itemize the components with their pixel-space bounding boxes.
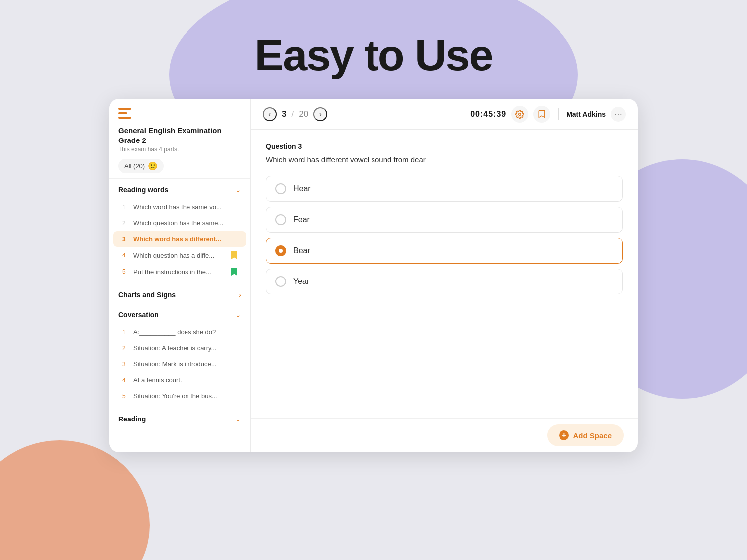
sidebar-conv-item-4[interactable]: 4 At a tennis court. <box>113 372 246 388</box>
item-num-4: 4 <box>122 252 129 259</box>
radio-fear <box>275 214 286 225</box>
chevron-down-icon-3: ⌄ <box>235 415 241 423</box>
conv-item-num-2: 2 <box>122 345 129 352</box>
conv-item-text-2: Situation: A teacher is carry... <box>133 344 237 352</box>
option-year[interactable]: Year <box>266 269 623 294</box>
sidebar-item-5[interactable]: 5 Put the instructions in the... <box>113 264 246 280</box>
section-reading-words: Reading words ⌄ 1 Which word has the sam… <box>109 179 250 284</box>
divider <box>558 108 559 120</box>
user-name: Matt Adkins <box>566 110 606 118</box>
conversation-items: 1 A:__________ does she do? 2 Situation:… <box>109 324 250 408</box>
sidebar-top: General English Examination Grade 2 This… <box>109 99 250 179</box>
sidebar: General English Examination Grade 2 This… <box>109 99 251 452</box>
exam-title: General English Examination Grade 2 <box>118 126 241 145</box>
bookmark-button[interactable] <box>533 106 550 123</box>
chevron-down-icon: ⌄ <box>235 186 241 194</box>
sidebar-conv-item-1[interactable]: 1 A:__________ does she do? <box>113 324 246 340</box>
radio-hear <box>275 183 286 194</box>
question-area: Question 3 Which word has different vowe… <box>251 130 638 418</box>
timer: 00:45:39 <box>470 110 506 119</box>
section-header-reading-words[interactable]: Reading words ⌄ <box>109 179 250 199</box>
sidebar-item-4[interactable]: 4 Which question has a diffe... <box>113 247 246 263</box>
add-space-label: Add Space <box>573 431 612 440</box>
section-label-reading-words: Reading words <box>118 186 168 194</box>
item-text-3: Which word has a different... <box>133 235 237 243</box>
conv-item-text-5: Situation: You're on the bus... <box>133 392 237 400</box>
option-hear[interactable]: Hear <box>266 176 623 202</box>
section-header-charts-signs[interactable]: Charts and Signs › <box>109 284 250 304</box>
options-list: Hear Fear Bear <box>266 176 623 294</box>
section-charts-signs: Charts and Signs › <box>109 284 250 304</box>
option-text-fear: Fear <box>293 215 310 224</box>
all-badge[interactable]: All (20) 🙂 <box>118 159 164 173</box>
more-options-button[interactable]: ⋯ <box>611 107 626 122</box>
question-text: Which word has different vowel sound fro… <box>266 155 623 164</box>
bookmark-yellow-icon <box>231 251 237 259</box>
sidebar-conv-item-2[interactable]: 2 Situation: A teacher is carry... <box>113 340 246 356</box>
item-num-5: 5 <box>122 268 129 275</box>
conv-item-num-5: 5 <box>122 393 129 400</box>
option-text-hear: Hear <box>293 184 311 193</box>
reading-words-items: 1 Which word has the same vo... 2 Which … <box>109 199 250 284</box>
page-separator: / <box>291 109 294 119</box>
conv-item-text-3: Situation: Mark is introduce... <box>133 360 237 368</box>
item-text-5: Put the instructions in the... <box>133 268 227 276</box>
page-title: Easy to Use <box>255 30 493 81</box>
chevron-right-icon: › <box>239 291 241 299</box>
page-wrapper: Easy to Use General English Examination … <box>0 0 747 560</box>
item-num-3: 3 <box>122 236 129 243</box>
svg-point-3 <box>519 113 521 115</box>
radio-inner-bear <box>279 249 283 253</box>
item-num-2: 2 <box>122 220 129 227</box>
item-num-1: 1 <box>122 204 129 211</box>
main-card: General English Examination Grade 2 This… <box>109 99 638 452</box>
conv-item-num-3: 3 <box>122 361 129 368</box>
item-text-1: Which word has the same vo... <box>133 203 237 211</box>
exam-subtitle: This exam has 4 parts. <box>118 146 241 153</box>
radio-year <box>275 276 286 287</box>
option-text-year: Year <box>293 277 309 286</box>
section-label-charts-signs: Charts and Signs <box>118 291 176 299</box>
conv-item-text-1: A:__________ does she do? <box>133 328 237 336</box>
bottom-bar: + Add Space <box>251 418 638 452</box>
sidebar-toggle-icon[interactable] <box>118 108 241 121</box>
section-label-reading: Reading <box>118 415 146 423</box>
option-fear[interactable]: Fear <box>266 207 623 233</box>
radio-bear <box>275 245 286 256</box>
question-label: Question 3 <box>266 142 623 150</box>
section-reading: Reading ⌄ <box>109 408 250 428</box>
total-pages: 20 <box>299 109 308 119</box>
next-page-button[interactable]: › <box>313 107 327 121</box>
chevron-down-icon-2: ⌄ <box>235 311 241 319</box>
section-header-conversation[interactable]: Coversation ⌄ <box>109 304 250 324</box>
sidebar-conv-item-5[interactable]: 5 Situation: You're on the bus... <box>113 388 246 404</box>
svg-rect-2 <box>118 117 131 119</box>
all-badge-label: All (20) <box>124 162 145 170</box>
svg-rect-1 <box>118 112 127 114</box>
section-conversation: Coversation ⌄ 1 A:__________ does she do… <box>109 304 250 408</box>
plus-icon: + <box>559 430 569 440</box>
sidebar-conv-item-3[interactable]: 3 Situation: Mark is introduce... <box>113 356 246 372</box>
add-space-button[interactable]: + Add Space <box>547 424 624 446</box>
option-bear[interactable]: Bear <box>266 238 623 264</box>
smiley-icon: 🙂 <box>148 161 158 171</box>
svg-rect-0 <box>118 108 131 110</box>
item-text-2: Which question has the same... <box>133 219 237 227</box>
settings-button[interactable] <box>511 106 528 123</box>
conv-item-num-4: 4 <box>122 377 129 384</box>
bookmark-green-icon <box>231 268 237 276</box>
item-text-4: Which question has a diffe... <box>133 252 227 259</box>
content-area: ‹ 3 / 20 › 00:45:39 <box>251 99 638 452</box>
conv-item-text-4: At a tennis court. <box>133 376 237 384</box>
sidebar-item-1[interactable]: 1 Which word has the same vo... <box>113 199 246 215</box>
option-text-bear: Bear <box>293 246 310 255</box>
sidebar-item-2[interactable]: 2 Which question has the same... <box>113 215 246 231</box>
prev-page-button[interactable]: ‹ <box>263 107 277 121</box>
section-label-conversation: Coversation <box>118 311 159 319</box>
conv-item-num-1: 1 <box>122 329 129 336</box>
section-header-reading[interactable]: Reading ⌄ <box>109 408 250 428</box>
sidebar-item-3[interactable]: 3 Which word has a different... <box>113 231 246 247</box>
current-page: 3 <box>282 109 286 119</box>
top-bar: ‹ 3 / 20 › 00:45:39 <box>251 99 638 130</box>
